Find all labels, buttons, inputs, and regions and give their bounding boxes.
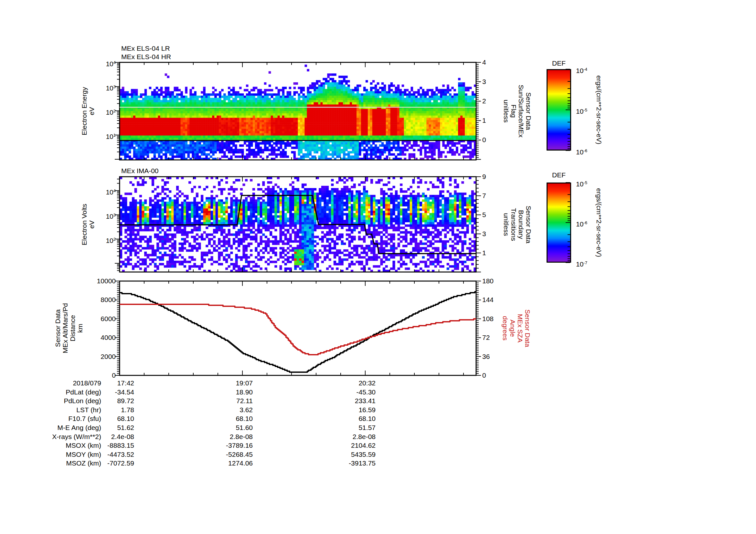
plot-page: MEx ELS-04 LR MEx ELS-04 HR MEx IMA-00 D…: [0, 0, 756, 534]
axes-and-curves-layer: [0, 0, 756, 534]
